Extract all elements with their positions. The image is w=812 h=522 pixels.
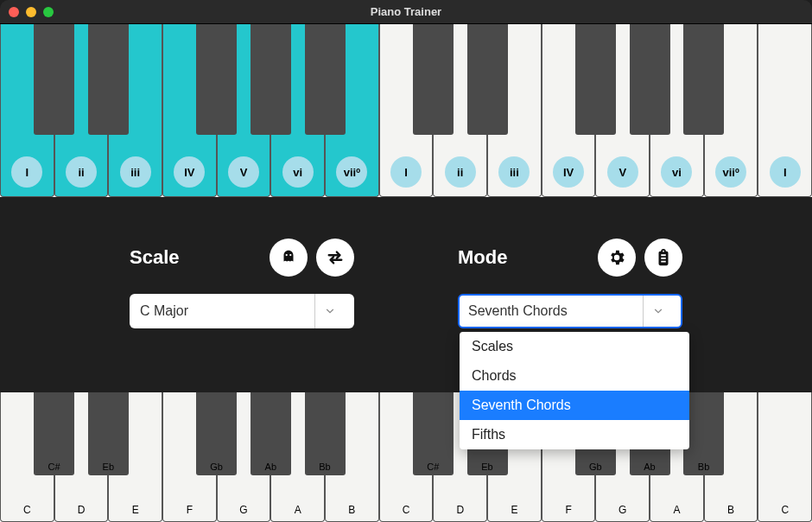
- note-label: Ab: [644, 462, 655, 472]
- shuffle-button[interactable]: [270, 239, 308, 277]
- close-icon[interactable]: [9, 7, 19, 17]
- note-label: F: [565, 504, 571, 516]
- note-label: C#: [427, 462, 439, 472]
- note-label: C#: [48, 462, 60, 472]
- gear-icon: [607, 248, 626, 267]
- degree-badge: viiº: [336, 156, 367, 188]
- black-key[interactable]: Bb: [683, 392, 724, 475]
- mode-control: Mode Seventh Chords ScalesChordsSeventh …: [458, 239, 682, 328]
- swap-icon: [326, 248, 345, 267]
- degree-badge: iii: [120, 156, 151, 188]
- note-label: D: [78, 504, 86, 516]
- black-key[interactable]: [34, 24, 74, 135]
- note-label: Eb: [103, 462, 114, 472]
- black-key[interactable]: Gb: [196, 392, 237, 475]
- black-key[interactable]: C#: [413, 392, 454, 475]
- degree-badge: IV: [174, 156, 205, 188]
- note-label: Gb: [210, 462, 223, 472]
- note-label: C: [23, 504, 31, 516]
- degree-badge: I: [390, 156, 422, 188]
- note-label: B: [348, 504, 355, 516]
- minimize-icon[interactable]: [26, 7, 36, 17]
- note-label: E: [511, 504, 517, 516]
- note-label: Bb: [319, 462, 330, 472]
- mode-option[interactable]: Seventh Chords: [460, 391, 689, 420]
- settings-button[interactable]: [598, 239, 636, 277]
- black-key[interactable]: [575, 24, 616, 135]
- note-label: C: [781, 504, 789, 516]
- titlebar: Piano Trainer: [0, 0, 812, 24]
- note-label: E: [132, 504, 139, 516]
- note-label: Ab: [265, 462, 276, 472]
- mode-select[interactable]: Seventh Chords ScalesChordsSeventh Chord…: [458, 294, 682, 328]
- maximize-icon[interactable]: [43, 7, 54, 17]
- scale-label: Scale: [130, 246, 180, 269]
- note-label: B: [727, 504, 734, 516]
- scale-control: Scale C Major: [130, 239, 354, 328]
- ghost-icon: [279, 248, 298, 267]
- chevron-down-icon: [314, 294, 344, 328]
- chevron-down-icon: [643, 296, 672, 327]
- note-label: A: [295, 504, 301, 516]
- note-label: Bb: [698, 462, 709, 472]
- black-key[interactable]: Ab: [251, 392, 291, 475]
- black-key[interactable]: [683, 24, 724, 135]
- degree-badge: V: [607, 156, 638, 188]
- scale-select[interactable]: C Major: [130, 294, 354, 328]
- note-label: G: [239, 504, 247, 516]
- swap-button[interactable]: [316, 239, 354, 277]
- bottom-keyboard: CDEFGABCDEFGABC C#EbGbAbBbC#EbGbAbBb: [0, 392, 812, 522]
- mode-option[interactable]: Chords: [460, 361, 689, 391]
- mode-option[interactable]: Scales: [460, 332, 689, 361]
- black-key[interactable]: [630, 24, 670, 135]
- degree-badge: viiº: [715, 156, 746, 188]
- degree-badge: ii: [445, 156, 476, 188]
- note-label: A: [673, 504, 680, 516]
- black-key[interactable]: [305, 24, 346, 135]
- quiz-button[interactable]: [644, 239, 682, 277]
- app-body: IiiiiiIVVviviiºIiiiiiIVVviviiºI Scale C …: [0, 24, 812, 522]
- black-key[interactable]: Bb: [305, 392, 346, 475]
- mode-option[interactable]: Fifths: [460, 420, 689, 449]
- note-label: Eb: [481, 462, 492, 472]
- degree-badge: I: [770, 156, 801, 188]
- degree-badge: vi: [282, 156, 314, 188]
- degree-badge: V: [228, 156, 259, 188]
- note-label: F: [187, 504, 193, 516]
- black-key[interactable]: [251, 24, 291, 135]
- note-label: G: [619, 504, 626, 516]
- black-key[interactable]: C#: [34, 392, 74, 475]
- degree-badge: I: [11, 156, 42, 188]
- top-keyboard: IiiiiiIVVviviiºIiiiiiIVVviviiºI: [0, 24, 812, 197]
- degree-badge: iii: [498, 156, 530, 188]
- black-key[interactable]: [196, 24, 237, 135]
- note-label: D: [456, 504, 464, 516]
- white-key[interactable]: I: [758, 24, 812, 197]
- black-key[interactable]: [467, 24, 508, 135]
- degree-badge: IV: [553, 156, 584, 188]
- black-key[interactable]: [413, 24, 454, 135]
- note-label: Gb: [589, 462, 602, 472]
- degree-badge: ii: [66, 156, 97, 188]
- window-title: Piano Trainer: [0, 5, 812, 18]
- black-key[interactable]: [88, 24, 129, 135]
- mode-dropdown: ScalesChordsSeventh ChordsFifths: [460, 332, 689, 449]
- mode-select-value: Seventh Chords: [468, 303, 568, 319]
- note-label: C: [403, 504, 410, 516]
- controls-panel: Scale C Major Mode: [0, 197, 812, 392]
- black-key[interactable]: Eb: [88, 392, 129, 475]
- degree-badge: vi: [661, 156, 692, 188]
- white-key[interactable]: C: [758, 392, 812, 522]
- mode-label: Mode: [458, 246, 507, 269]
- window-controls: [9, 7, 54, 17]
- scale-select-value: C Major: [140, 303, 188, 319]
- clipboard-icon: [654, 248, 673, 267]
